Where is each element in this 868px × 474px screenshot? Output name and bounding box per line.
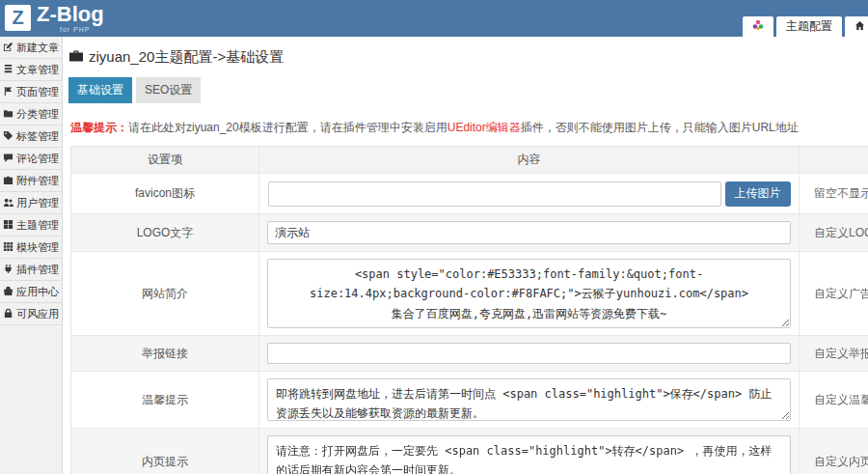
sidebar-item-label: 标签管理 — [16, 129, 59, 144]
notice-prefix: 温馨提示： — [70, 121, 128, 134]
row-label: 内页提示 — [71, 429, 259, 474]
sidebar-item-label: 文章管理 — [16, 63, 59, 77]
sidebar-item-category-manage[interactable]: 分类管理 — [0, 103, 62, 125]
article-list-icon — [3, 64, 14, 76]
table-header-row: 设置项 内容 — [71, 147, 868, 174]
users-icon — [3, 197, 14, 209]
column-header-content: 内容 — [259, 147, 800, 173]
sidebar-item-module-manage[interactable]: 模块管理 — [0, 237, 62, 259]
tab-admin-home[interactable]: 后台首页 — [845, 16, 868, 37]
sidebar-item-kefeng-app[interactable]: 可风应用 — [0, 303, 62, 325]
table-row-site-intro: 网站简介 <span style="color:#E53333;font-fam… — [71, 252, 868, 336]
sidebar-item-label: 分类管理 — [16, 107, 59, 122]
config-tab-bar: 基础设置 SEO设置 — [68, 77, 868, 103]
sidebar-item-page-manage[interactable]: 页面管理 — [0, 81, 62, 103]
zblog-logo-subtext: for PHP — [60, 26, 91, 33]
lock-icon — [3, 308, 14, 321]
admin-sidebar: 新建文章 文章管理 页面管理 分类管理 标签管理 评论管理 附件管理 用户管理 … — [0, 37, 63, 474]
sidebar-item-app-center[interactable]: 应用中心 — [0, 281, 62, 303]
upload-image-button[interactable]: 上传图片 — [725, 181, 791, 207]
comment-icon — [3, 153, 14, 165]
notice-text-2: 插件，否则不能使用图片上传，只能输入图片URL地址 — [521, 121, 799, 134]
home-icon — [854, 20, 865, 34]
tab-theme-config[interactable]: 主题配置 — [776, 16, 842, 37]
header-tab-bar: 主题配置 后台首页 — [743, 16, 868, 37]
flag-icon — [3, 86, 14, 98]
column-header-settings: 设置项 — [71, 147, 259, 173]
colorful-app-icon — [752, 19, 764, 34]
tag-icon — [3, 130, 14, 143]
sidebar-item-new-post[interactable]: 新建文章 — [0, 37, 62, 59]
sidebar-item-label: 新建文章 — [16, 41, 59, 55]
grid-large-icon — [3, 219, 14, 232]
sidebar-item-label: 可风应用 — [16, 307, 59, 321]
site-intro-textarea[interactable]: <span style="color:#E53333;font-family:&… — [267, 259, 791, 328]
favicon-url-input[interactable] — [268, 181, 721, 207]
row-remark: 自定义LOGO文字 — [800, 214, 868, 251]
row-label: 举报链接 — [71, 336, 259, 371]
sidebar-item-post-manage[interactable]: 文章管理 — [0, 59, 62, 81]
row-remark: 自定义举报链接 — [800, 336, 868, 371]
table-row-favicon: favicon图标 上传图片 留空不显示 — [71, 174, 868, 214]
page-title: ziyuan_20主题配置->基础设置 — [68, 48, 868, 67]
main-content: ziyuan_20主题配置->基础设置 基础设置 SEO设置 温馨提示：请在此处… — [63, 37, 868, 474]
row-remark: 留空不显示 — [800, 174, 868, 213]
briefcase-icon — [3, 175, 14, 187]
sidebar-item-tag-manage[interactable]: 标签管理 — [0, 125, 62, 148]
sidebar-item-label: 用户管理 — [16, 196, 59, 210]
sidebar-item-comment-manage[interactable]: 评论管理 — [0, 148, 62, 170]
row-label: favicon图标 — [71, 174, 259, 213]
settings-table: 设置项 内容 favicon图标 上传图片 留空不显示 LOGO文字 自定义LO… — [70, 146, 868, 474]
sidebar-item-user-manage[interactable]: 用户管理 — [0, 192, 62, 214]
zblog-logo-text: Z-Blog — [37, 2, 104, 27]
notice-highlight: UEditor编辑器 — [448, 121, 521, 134]
row-remark: 自定义广告位代码 — [800, 252, 868, 335]
page-title-text: ziyuan_20主题配置->基础设置 — [89, 48, 284, 67]
table-row-logo-text: LOGO文字 自定义LOGO文字 — [71, 214, 868, 252]
row-remark: 自定义内页提示 — [800, 429, 868, 474]
sidebar-item-label: 页面管理 — [16, 85, 59, 99]
row-label: 网站简介 — [71, 252, 259, 335]
sidebar-item-theme-manage[interactable]: 主题管理 — [0, 214, 62, 237]
row-remark: 自定义温馨提示 — [800, 372, 868, 428]
store-icon — [3, 286, 14, 298]
table-row-report-link: 举报链接 自定义举报链接 — [71, 336, 868, 372]
table-row-inner-page-tips: 内页提示 请注意：打开网盘后，一定要先 <span class="highlig… — [71, 429, 868, 474]
folder-icon — [3, 108, 14, 121]
plug-icon — [3, 264, 14, 276]
tab-app-icon[interactable] — [743, 16, 773, 37]
table-row-warm-tips: 温馨提示 即将跳转到网盘地址，进去后请第一时间点 <span class="hi… — [71, 372, 868, 429]
edit-icon — [3, 42, 14, 54]
row-label: 温馨提示 — [71, 372, 259, 428]
sidebar-item-label: 插件管理 — [16, 263, 59, 277]
sidebar-item-plugin-manage[interactable]: 插件管理 — [0, 259, 62, 281]
sidebar-item-label: 主题管理 — [16, 218, 59, 233]
sidebar-item-label: 附件管理 — [16, 174, 59, 188]
tab-theme-config-label: 主题配置 — [786, 18, 832, 35]
grid-icon — [3, 241, 14, 254]
tab-seo-settings[interactable]: SEO设置 — [136, 77, 201, 103]
sidebar-item-label: 模块管理 — [16, 240, 59, 255]
row-label: LOGO文字 — [71, 214, 259, 251]
report-link-input[interactable] — [267, 343, 791, 364]
sidebar-item-attachment-manage[interactable]: 附件管理 — [0, 170, 62, 192]
notice-message: 温馨提示：请在此处对ziyuan_20模板进行配置，请在插件管理中安装启用UEd… — [70, 120, 868, 136]
warm-tips-textarea[interactable]: 即将跳转到网盘地址，进去后请第一时间点 <span class="highlig… — [267, 378, 791, 421]
tab-basic-settings[interactable]: 基础设置 — [68, 77, 132, 103]
column-header-remark — [800, 147, 868, 173]
zblog-logo-mark: Z — [5, 5, 31, 31]
logo-text-input[interactable] — [267, 221, 791, 244]
sidebar-item-label: 应用中心 — [16, 285, 59, 299]
toolbox-icon — [68, 49, 84, 66]
top-header-bar: Z Z-Blog for PHP 主题配置 后台首页 — [0, 0, 868, 37]
inner-page-tips-textarea[interactable]: 请注意：打开网盘后，一定要先 <span class="highlight">转… — [267, 435, 791, 474]
notice-text-1: 请在此处对ziyuan_20模板进行配置，请在插件管理中安装启用 — [128, 121, 448, 134]
sidebar-item-label: 评论管理 — [16, 152, 59, 166]
